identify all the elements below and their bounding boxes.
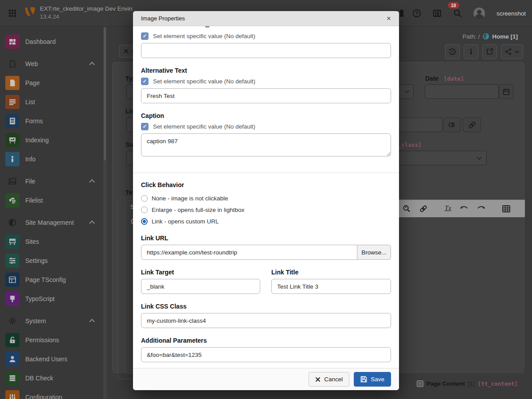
sidebar-item-page[interactable]: Page [0, 73, 106, 92]
sidebar-item-dashboard[interactable]: Dashboard [0, 32, 106, 51]
sidebar-section-file[interactable]: File [0, 172, 106, 191]
file-icon [8, 177, 16, 185]
link-url-input[interactable] [141, 245, 357, 260]
chevron-up-icon[interactable] [89, 62, 95, 67]
chevron-up-icon[interactable] [89, 220, 95, 226]
additional-parameters-label: Additional Parameters [141, 337, 391, 344]
link-icon[interactable] [419, 204, 428, 213]
date-label: Date [425, 75, 438, 82]
sidebar-item-filelist[interactable]: Filelist [0, 191, 106, 210]
sidebar-item-label: Dashboard [25, 38, 56, 45]
globe-icon [8, 219, 16, 227]
sidebar-item-label: Forms [25, 117, 43, 125]
save-button-label: Save [371, 376, 384, 383]
link-input-fragment[interactable] [126, 117, 133, 132]
list-module-icon [5, 95, 20, 109]
insert-record-button[interactable] [443, 117, 461, 132]
caption-override-checkbox-row[interactable]: ✓ Set element specific value (No default… [141, 122, 391, 130]
sidebar-section-system[interactable]: System [0, 311, 106, 330]
alt-override-checkbox-row[interactable]: ✓ Set element specific value (No default… [141, 77, 391, 85]
sidebar-item-typoscript[interactable]: TypoScript [0, 289, 106, 308]
radio-option-label: Link - opens custom URL [152, 218, 219, 225]
title-override-checkbox-row[interactable]: ✓ Set element specific value (No default… [141, 32, 391, 40]
caption-textarea[interactable]: caption 987 [141, 133, 391, 156]
link-url-label: Link URL [141, 235, 391, 242]
subheader-input-fragment[interactable] [126, 151, 133, 165]
sidebar-section-site-management[interactable]: Site Management [0, 213, 106, 232]
browse-button[interactable]: Browse... [357, 245, 391, 260]
checkbox-checked-icon[interactable]: ✓ [141, 32, 149, 40]
save-icon [360, 376, 367, 383]
undo-icon[interactable] [459, 204, 468, 213]
typo3-logo [25, 7, 35, 21]
cancel-button[interactable]: Cancel [309, 372, 349, 387]
sidebar-item-list[interactable]: List [0, 92, 106, 111]
checkbox-checked-icon[interactable]: ✓ [141, 78, 149, 85]
date-input[interactable] [425, 84, 499, 99]
sidebar-item-info[interactable]: Info [0, 149, 106, 168]
radio-unselected-icon[interactable] [141, 207, 148, 213]
search-icon[interactable] [453, 9, 462, 18]
info-button[interactable] [464, 44, 478, 59]
find-replace-icon[interactable] [402, 204, 411, 213]
radio-selected-icon[interactable] [141, 218, 148, 225]
sidebar-item-label: File [25, 178, 35, 185]
radio-unselected-icon[interactable] [141, 195, 148, 202]
image-properties-modal: Image Properties × ✓ Set element specifi… [133, 11, 399, 390]
sidebar-item-indexing[interactable]: Indexing [0, 130, 106, 149]
environment-title: EXT:rte_ckeditor_image Dev Environment 1… [40, 5, 133, 20]
chevron-down-icon [515, 50, 520, 54]
indexing-module-icon [5, 133, 20, 147]
sidebar-item-label: Info [25, 156, 35, 163]
sidebar-item-settings[interactable]: Settings [0, 251, 106, 270]
radio-option-1[interactable]: Enlarge - opens full-size in lightbox [141, 206, 391, 213]
redo-icon[interactable] [476, 204, 485, 213]
sidebar-item-label: Filelist [25, 197, 43, 204]
pagets-module-icon [5, 273, 20, 287]
open-in-new-window-button[interactable] [482, 44, 497, 59]
link-title-input[interactable] [271, 279, 391, 294]
radio-option-0[interactable]: None - image is not clickable [141, 195, 391, 202]
chevron-up-icon[interactable] [89, 319, 95, 325]
settings-module-icon [5, 254, 20, 268]
link-css-class-input[interactable] [141, 313, 391, 328]
sidebar-item-page-tsconfig[interactable]: Page TSconfig [0, 270, 106, 289]
chevron-up-icon[interactable] [89, 179, 95, 185]
sidebar-item-forms[interactable]: Forms [0, 111, 106, 130]
link-browser-button[interactable] [463, 117, 481, 132]
sidebar-item-sites[interactable]: Sites [0, 232, 106, 251]
remove-format-label: Tx [445, 204, 451, 211]
page-reference: Home [1] [492, 33, 518, 40]
sidebar-item-label: Sites [25, 238, 39, 245]
alternative-text-input[interactable] [141, 88, 391, 103]
sidebar-item-db-check[interactable]: DB Check [0, 368, 106, 387]
help-icon[interactable]: ? [412, 9, 421, 18]
username: screenshot [497, 10, 526, 17]
rte-toolbar: Tx [398, 200, 525, 217]
user-avatar[interactable] [473, 8, 485, 19]
history-button[interactable] [445, 44, 460, 59]
share-button[interactable] [501, 44, 523, 59]
type-select-fragment[interactable]: D [126, 84, 133, 99]
remove-format-icon[interactable]: Tx [445, 204, 451, 213]
bookmark-icon[interactable] [400, 10, 403, 17]
forms-module-icon [5, 114, 20, 128]
modules-grid-icon[interactable] [9, 10, 16, 17]
radio-option-label: Enlarge - opens full-size in lightbox [152, 207, 244, 213]
sidebar-item-configuration[interactable]: Configuration [0, 387, 106, 399]
checkbox-checked-icon[interactable]: ✓ [141, 123, 149, 130]
modal-close-icon[interactable]: × [387, 15, 391, 22]
typoscript-module-icon [5, 292, 20, 306]
sidebar-section-web[interactable]: Web [0, 54, 106, 73]
title-input[interactable] [141, 43, 391, 58]
calendar-button[interactable] [499, 84, 513, 99]
radio-option-2[interactable]: Link - opens custom URL [141, 218, 391, 225]
additional-parameters-input[interactable] [141, 347, 391, 362]
save-button[interactable]: Save [354, 372, 391, 387]
link-target-input[interactable] [141, 279, 260, 294]
systeminfo-list-icon[interactable] [433, 9, 442, 18]
sidebar-item-permissions[interactable]: Permissions [0, 330, 106, 349]
home-globe-icon [482, 33, 489, 40]
table-icon[interactable] [502, 204, 511, 213]
sidebar-item-backend-users[interactable]: Backend Users [0, 349, 106, 368]
